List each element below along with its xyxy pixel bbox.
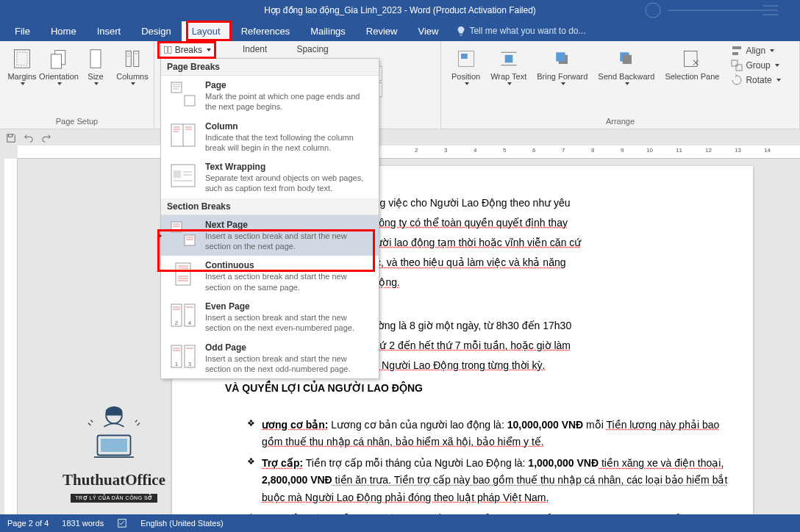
tab-insert[interactable]: Insert bbox=[87, 21, 132, 41]
dropdown-item-text-wrapping[interactable]: Text WrappingSeparate text around object… bbox=[161, 157, 379, 198]
svg-rect-26 bbox=[168, 46, 171, 53]
svg-rect-4 bbox=[51, 54, 62, 68]
selected-indicator-icon bbox=[158, 233, 162, 239]
next-page-icon bbox=[168, 220, 198, 248]
svg-text:3: 3 bbox=[188, 361, 192, 367]
title-bar: Hợp đồng lao động_Gia Linh_2023 - Word (… bbox=[0, 0, 800, 21]
rotate-icon bbox=[731, 74, 743, 86]
wrap-icon bbox=[499, 48, 519, 69]
vertical-ruler[interactable] bbox=[4, 159, 18, 514]
svg-rect-25 bbox=[165, 46, 168, 53]
svg-rect-27 bbox=[171, 82, 182, 93]
document-area[interactable]: uyên môn: Quản lý kho. à công việc phải … bbox=[18, 159, 800, 514]
tab-mailings[interactable]: Mailings bbox=[300, 21, 356, 41]
even-page-icon: 24 bbox=[168, 301, 198, 329]
status-language[interactable]: English (United States) bbox=[140, 519, 224, 528]
column-break-icon bbox=[168, 121, 198, 149]
breaks-dropdown: Page Breaks PageMark the point at which … bbox=[160, 58, 379, 379]
margins-icon bbox=[12, 48, 32, 69]
arrange-label: Arrange bbox=[447, 115, 793, 127]
svg-text:2: 2 bbox=[175, 320, 179, 326]
tell-me[interactable]: Tell me what you want to do... bbox=[456, 26, 585, 36]
svg-rect-32 bbox=[174, 170, 181, 178]
dropdown-section-page-breaks: Page Breaks bbox=[161, 59, 379, 76]
selection-pane-button[interactable]: Selection Pane bbox=[660, 44, 724, 84]
position-button[interactable]: Position bbox=[447, 44, 485, 88]
svg-rect-28 bbox=[185, 96, 195, 106]
continuous-icon bbox=[168, 260, 198, 288]
bring-forward-icon bbox=[552, 48, 573, 69]
ribbon: Margins Orientation Size Columns Page Se… bbox=[0, 41, 800, 129]
odd-page-icon: 13 bbox=[168, 342, 198, 370]
dropdown-item-odd-page[interactable]: 13 Odd PageInsert a section break and st… bbox=[161, 338, 379, 379]
horizontal-ruler[interactable]: 234567891011121314 bbox=[18, 145, 800, 159]
svg-rect-21 bbox=[732, 46, 741, 49]
svg-rect-24 bbox=[736, 65, 742, 71]
svg-rect-23 bbox=[732, 60, 738, 66]
menu-bar: File Home Insert Design Layout Reference… bbox=[0, 21, 800, 41]
page-setup-label: Page Setup bbox=[6, 115, 148, 127]
group-page-setup: Margins Orientation Size Columns Page Se… bbox=[0, 41, 154, 129]
tab-layout[interactable]: Layout bbox=[182, 21, 231, 41]
dropdown-section-section-breaks: Section Breaks bbox=[161, 198, 379, 215]
list-item: Trợ cấp: Tiền trợ cấp mỗi tháng của Ngườ… bbox=[247, 455, 731, 506]
svg-rect-22 bbox=[732, 52, 738, 55]
svg-point-0 bbox=[646, 3, 660, 18]
spellcheck-icon[interactable] bbox=[117, 518, 127, 528]
page-break-icon bbox=[168, 80, 198, 108]
group-icon bbox=[731, 60, 743, 71]
rotate-button[interactable]: Rotate bbox=[729, 73, 782, 87]
group-button[interactable]: Group bbox=[729, 59, 782, 72]
bring-forward-button[interactable]: Bring Forward bbox=[532, 44, 592, 88]
orientation-button[interactable]: Orientation bbox=[43, 44, 75, 88]
svg-rect-12 bbox=[461, 54, 468, 59]
svg-rect-20 bbox=[685, 51, 698, 67]
margins-button[interactable]: Margins bbox=[6, 44, 38, 88]
svg-text:4: 4 bbox=[188, 320, 192, 326]
window-title: Hợp đồng lao động_Gia Linh_2023 - Word (… bbox=[264, 5, 536, 15]
svg-rect-33 bbox=[171, 222, 182, 232]
tab-view[interactable]: View bbox=[407, 21, 449, 41]
orientation-icon bbox=[49, 48, 69, 69]
group-arrange: Position Wrap Text Bring Forward Send Ba… bbox=[441, 41, 800, 129]
dropdown-item-continuous[interactable]: ContinuousInsert a section break and sta… bbox=[161, 256, 379, 297]
wrap-text-button[interactable]: Wrap Text bbox=[486, 44, 531, 88]
redo-icon[interactable] bbox=[41, 133, 51, 143]
dropdown-item-next-page[interactable]: Next PageInsert a section break and star… bbox=[161, 215, 379, 256]
undo-icon[interactable] bbox=[24, 133, 34, 143]
bulb-icon bbox=[456, 26, 466, 36]
status-words[interactable]: 1831 words bbox=[62, 519, 104, 528]
quick-access-bar bbox=[0, 129, 800, 147]
status-page[interactable]: Page 2 of 4 bbox=[7, 519, 49, 528]
svg-rect-2 bbox=[17, 52, 27, 65]
dropdown-item-column[interactable]: ColumnIndicate that the text following t… bbox=[161, 117, 379, 158]
svg-rect-13 bbox=[504, 55, 512, 63]
text-wrapping-icon bbox=[168, 162, 198, 190]
selection-pane-icon bbox=[682, 48, 702, 69]
svg-rect-19 bbox=[623, 55, 632, 64]
columns-icon bbox=[122, 48, 143, 69]
tab-home[interactable]: Home bbox=[40, 21, 87, 41]
dropdown-item-even-page[interactable]: 24 Even PageInsert a section break and s… bbox=[161, 297, 379, 338]
svg-rect-5 bbox=[90, 50, 101, 68]
tab-references[interactable]: References bbox=[231, 21, 300, 41]
save-icon[interactable] bbox=[6, 133, 16, 143]
align-icon bbox=[731, 45, 743, 57]
list-item: ương cơ bản: Lương cơ bản của người lao … bbox=[247, 417, 731, 450]
columns-button[interactable]: Columns bbox=[116, 44, 149, 88]
align-button[interactable]: Align bbox=[729, 44, 782, 57]
tab-file[interactable]: File bbox=[4, 21, 40, 41]
size-button[interactable]: Size bbox=[79, 44, 112, 88]
dropdown-item-page[interactable]: PageMark the point at which one page end… bbox=[161, 76, 379, 117]
tab-review[interactable]: Review bbox=[356, 21, 408, 41]
breaks-button[interactable]: Breaks bbox=[160, 43, 215, 57]
svg-text:1: 1 bbox=[175, 361, 179, 367]
send-backward-button[interactable]: Send Backward bbox=[593, 44, 659, 88]
status-bar: Page 2 of 4 1831 words English (United S… bbox=[0, 514, 800, 532]
send-backward-icon bbox=[616, 48, 637, 69]
svg-rect-17 bbox=[556, 52, 565, 61]
svg-rect-34 bbox=[185, 235, 195, 245]
tab-design[interactable]: Design bbox=[131, 21, 181, 41]
size-icon bbox=[85, 48, 106, 69]
position-icon bbox=[456, 48, 476, 69]
